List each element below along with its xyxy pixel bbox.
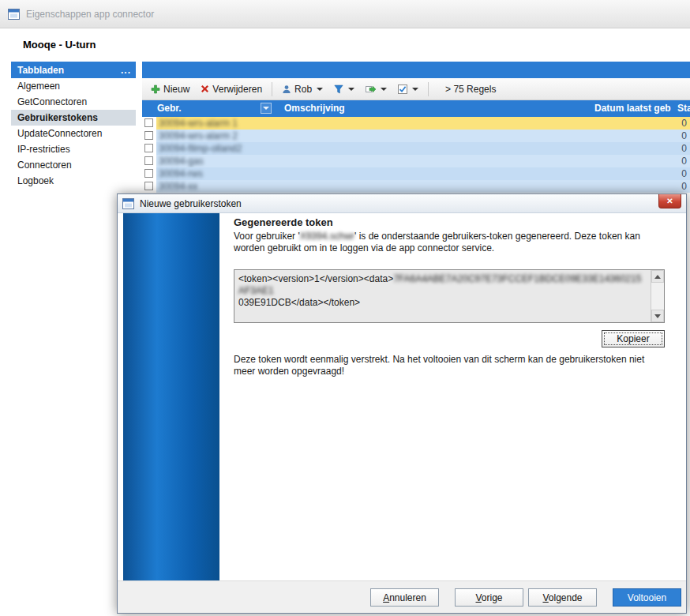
finish-button[interactable]: Voltooien [613,588,681,607]
filter-dropdown[interactable] [330,83,358,96]
token-prefix: <token><version>1</version><data> [238,273,393,284]
new-token-dialog: Nieuwe gebruikerstoken ✕ Gegenereerde to… [117,193,687,614]
sidebar-more-button[interactable]: ... [121,65,131,76]
sidebar-item-label: IP-restricties [17,144,70,155]
chevron-down-icon [381,88,387,91]
dialog-title: Nieuwe gebruikerstoken [140,198,242,209]
row-gebr-cell: 30094-rws [159,168,203,179]
row-body: 30094-gas 0 [156,155,690,167]
row-gebr-cell: 30094-filmp-olland2 [159,143,242,154]
copy-button[interactable]: Kopieer [602,330,665,347]
sidebar-item-ip-restricties[interactable]: IP-restricties [11,141,136,157]
arrow-up-icon [654,275,661,279]
toolbar-separator [272,82,272,96]
checkbox-check-icon [398,85,407,94]
row-status-cell: 0 [681,130,687,141]
username-redacted: X9394.schwr [300,231,354,242]
row-status-cell: 0 [681,181,687,192]
sidebar-item-getconnectoren[interactable]: GetConnectoren [11,94,136,110]
filter-icon [334,85,343,94]
table-row[interactable]: 30094-filmp-olland2 0 [142,142,690,155]
dialog-heading: Gegenereerde token [234,216,333,228]
table-row[interactable]: 30094-wrs-alarm 2 0 [142,130,690,142]
content-header-strip [142,62,690,78]
plus-icon [151,85,160,94]
previous-label: orige [482,592,503,603]
arrow-down-icon [654,314,661,318]
column-header-omschrijving[interactable]: Omschrijving [284,103,345,114]
row-count-label: > 75 Regels [445,84,496,95]
sidebar-item-logboek[interactable]: Logboek [11,173,136,189]
new-button[interactable]: Nieuw [147,82,193,96]
new-button-label: Nieuw [163,84,189,95]
intro-prefix: Voor gebruiker ' [234,231,300,242]
scroll-up-button[interactable] [651,270,664,283]
dialog-footer: Annuleren Vorige Volgende Voltooien [118,580,686,613]
row-status-cell: 0 [681,168,687,179]
sidebar-item-gebruikerstokens[interactable]: Gebruikerstokens [11,110,136,126]
row-checkbox[interactable] [144,156,153,165]
sidebar-item-label: Gebruikerstokens [17,112,98,123]
row-body: 30094-wrs-alarm 1 0 [156,117,690,130]
row-status-cell: 0 [681,143,687,154]
app-icon [8,9,20,20]
row-gebr-cell: 30094-wrs-alarm 1 [159,118,238,129]
select-columns-dropdown[interactable] [394,83,422,96]
cancel-button[interactable]: Annuleren [370,588,439,607]
row-body: 30094-wrs-alarm 2 0 [156,130,690,142]
previous-accesskey: V [475,592,481,603]
table-header: Gebr. Omschrijving Datum laatst geb Sta [142,100,690,117]
user-filter-dropdown[interactable]: Rob [278,82,327,96]
sidebar-item-updateconnectoren[interactable]: UpdateConnectoren [11,126,136,141]
row-checkbox[interactable] [144,182,153,190]
page-title: Mooqe - U-turn [23,39,96,51]
column-filter-button[interactable] [261,103,272,114]
sidebar-header: Tabbladen ... [11,62,136,78]
sidebar-item-label: UpdateConnectoren [17,128,102,139]
column-header-datum[interactable]: Datum laatst geb [594,103,671,114]
table-row[interactable]: 30094-xx 0 [142,180,690,193]
delete-button[interactable]: Verwijderen [197,82,266,96]
row-checkbox[interactable] [144,144,153,152]
table-row[interactable]: 30094-rws 0 [142,167,690,180]
previous-button[interactable]: Vorige [455,588,523,607]
sidebar-item-label: Algemeen [17,81,60,92]
dialog-app-icon [122,198,134,209]
row-body: 30094-xx 0 [156,180,690,193]
sidebar-item-connectoren[interactable]: Connectoren [11,157,136,173]
row-checkbox[interactable] [144,169,153,178]
scroll-down-button[interactable] [651,310,664,322]
row-checkbox[interactable] [144,131,153,140]
dialog-titlebar: Nieuwe gebruikerstoken [118,194,686,213]
table-row[interactable]: 30094-gas 0 [142,155,690,167]
row-gebr-cell: 30094-xx [159,181,197,192]
token-textbox[interactable]: <token><version>1</version><data>7FA6A4A… [234,269,665,323]
sidebar: Tabbladen ... Algemeen GetConnectoren Ge… [11,62,136,189]
column-header-status[interactable]: Sta [677,103,690,114]
next-button[interactable]: Volgende [528,588,597,607]
intro-text: Voor gebruiker 'X9394.schwr' is de onder… [234,231,664,254]
export-dropdown[interactable] [362,83,391,96]
column-header-gebr[interactable]: Gebr. [157,103,182,114]
user-filter-label: Rob [294,84,312,95]
sidebar-item-label: Connectoren [17,160,72,171]
close-button[interactable]: ✕ [658,194,681,208]
sidebar-item-label: Logboek [17,175,54,186]
user-icon [282,85,291,94]
dialog-content: Gegenereerde token Voor gebruiker 'X9394… [118,213,686,613]
row-checkbox[interactable] [144,118,153,127]
sidebar-header-label: Tabbladen [17,65,64,76]
row-status-cell: 0 [681,156,687,167]
toolbar-separator [428,82,429,96]
warning-text: Deze token wordt eenmalig verstrekt. Na … [234,354,664,377]
delete-x-icon [201,85,209,93]
row-body: 30094-rws 0 [156,167,690,180]
token-scrollbar[interactable] [651,270,664,322]
chevron-down-icon [317,88,323,91]
table-row[interactable]: 30094-wrs-alarm 1 0 [142,117,690,130]
sidebar-item-algemeen[interactable]: Algemeen [11,78,136,94]
toolbar: Nieuw Verwijderen Rob > 75 Regels [142,78,690,100]
row-body: 30094-filmp-olland2 0 [156,142,690,155]
next-accesskey: V [542,592,548,603]
row-status-cell: 0 [681,118,687,129]
